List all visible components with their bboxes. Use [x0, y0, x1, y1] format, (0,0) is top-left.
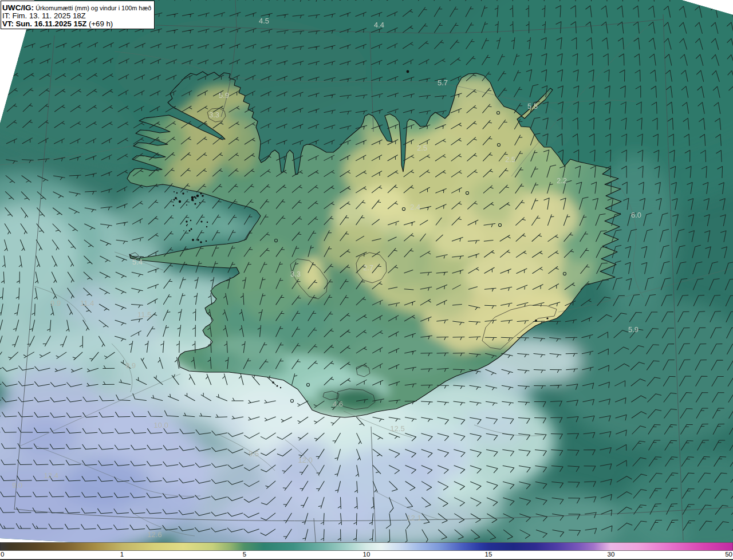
svg-text:50: 50 [725, 551, 732, 558]
svg-text:4.4: 4.4 [374, 21, 384, 29]
svg-text:12.5: 12.5 [390, 424, 404, 433]
svg-text:5: 5 [243, 551, 246, 558]
svg-text:30: 30 [608, 551, 615, 558]
svg-text:9.9: 9.9 [50, 299, 61, 307]
svg-text:2.5: 2.5 [417, 144, 427, 152]
svg-text:3.3: 3.3 [290, 270, 301, 278]
svg-text:4.5: 4.5 [259, 17, 269, 25]
svg-text:9.0: 9.0 [12, 481, 22, 490]
svg-text:6.0: 6.0 [631, 211, 641, 219]
svg-text:9.5: 9.5 [249, 449, 259, 458]
svg-text:5.7: 5.7 [438, 78, 448, 87]
svg-text:11.5: 11.5 [137, 310, 151, 319]
svg-text:5.5: 5.5 [527, 102, 538, 111]
svg-text:UWC/IG: Úrkomumætti (mm) og vi: UWC/IG: Úrkomumætti (mm) og vindur i 100… [2, 3, 152, 12]
svg-text:11.4: 11.4 [80, 299, 94, 307]
svg-text:15: 15 [485, 551, 492, 558]
svg-text:0: 0 [1, 551, 4, 558]
svg-text:10.0: 10.0 [153, 421, 168, 429]
svg-text:2.5: 2.5 [505, 155, 515, 164]
svg-text:2.7: 2.7 [363, 263, 373, 272]
svg-text:2.4: 2.4 [410, 203, 420, 211]
svg-text:12.4: 12.4 [44, 471, 58, 480]
svg-text:2.2: 2.2 [557, 176, 567, 185]
svg-text:5.9: 5.9 [219, 91, 229, 100]
svg-text:5.9: 5.9 [628, 325, 639, 334]
svg-text:1: 1 [120, 551, 124, 558]
svg-text:12.6: 12.6 [147, 530, 161, 539]
svg-text:10: 10 [363, 551, 371, 558]
svg-text:IT: Fim. 13. 11. 2025 18Z: IT: Fim. 13. 11. 2025 18Z [2, 11, 86, 20]
svg-text:9.9: 9.9 [125, 361, 136, 370]
svg-text:12.1: 12.1 [407, 514, 421, 522]
svg-text:VT: Sun. 16.11.2025 15Z (+69 h: VT: Sun. 16.11.2025 15Z (+69 h) [2, 19, 113, 28]
svg-text:4.6: 4.6 [333, 400, 343, 408]
svg-text:5.4: 5.4 [132, 258, 143, 266]
svg-text:3.3: 3.3 [209, 111, 219, 119]
svg-text:12.0: 12.0 [298, 456, 312, 464]
